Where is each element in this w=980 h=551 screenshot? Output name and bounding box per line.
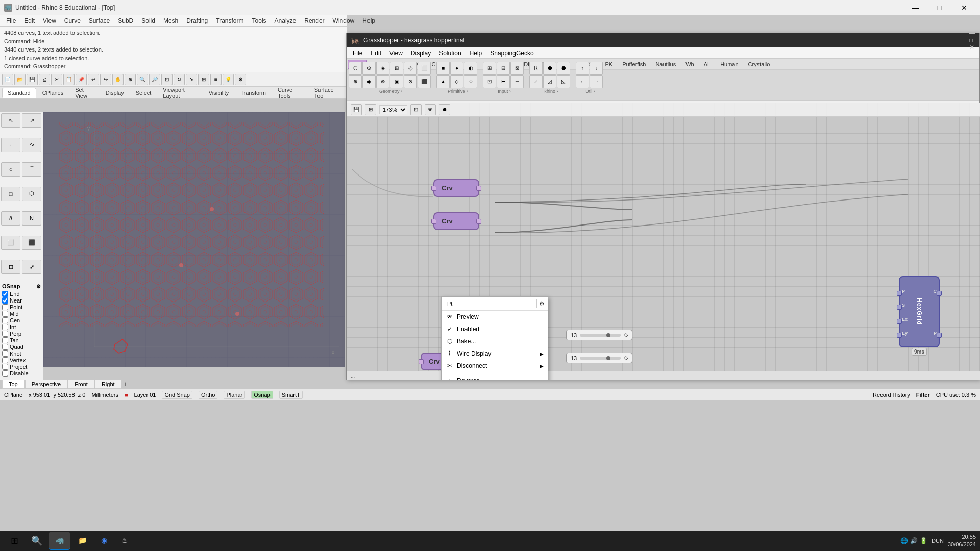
vp-tab-top[interactable]: Top — [2, 380, 24, 389]
menu-solid[interactable]: Solid — [137, 16, 159, 26]
gh-tab-wb[interactable]: Wb — [681, 60, 699, 69]
menu-surface[interactable]: Surface — [85, 16, 114, 26]
lt-point[interactable]: · — [1, 138, 20, 152]
battery-icon[interactable]: 🔋 — [920, 537, 927, 544]
gh-menu-display[interactable]: Display — [407, 48, 435, 58]
gh-inp-btn4[interactable]: ⊡ — [483, 75, 496, 88]
gh-prim-btn1[interactable]: ■ — [436, 62, 450, 75]
menu-edit[interactable]: Edit — [20, 16, 39, 26]
taskbar-chrome[interactable]: ◉ — [95, 532, 113, 550]
maximize-button[interactable]: □ — [928, 0, 951, 15]
hexgrid-port-ex[interactable] — [897, 319, 902, 324]
osnap-vertex[interactable]: Vertex — [2, 357, 41, 363]
gh-menu-view[interactable]: View — [385, 48, 407, 58]
gh-ut-btn2[interactable]: ↓ — [590, 62, 603, 75]
hexgrid-port-c[interactable] — [937, 291, 942, 296]
lt-surface[interactable]: ⬜ — [1, 236, 20, 250]
menu-subd[interactable]: SubD — [114, 16, 137, 26]
filter-btn[interactable]: Filter — [916, 392, 930, 398]
gh-geo-btn2[interactable]: ⊙ — [362, 62, 376, 75]
lt-arc[interactable]: ⌒ — [22, 162, 41, 177]
add-viewport-btn[interactable]: + — [122, 381, 130, 388]
tab-setview[interactable]: Set View — [69, 85, 99, 101]
gh-fit-btn[interactable]: ⊡ — [410, 104, 422, 115]
tb-light[interactable]: 💡 — [223, 74, 234, 85]
tb-paste[interactable]: 📌 — [76, 74, 87, 85]
gh-minimize-btn[interactable]: — — [969, 30, 975, 37]
gh-geo-btn1[interactable]: ⬡ — [349, 62, 362, 75]
tb-snap[interactable]: ⊞ — [198, 74, 209, 85]
gh-menu-help[interactable]: Help — [465, 48, 486, 58]
menu-analyze[interactable]: Analyze — [271, 16, 301, 26]
taskbar-rhino[interactable]: 🦏 — [49, 532, 70, 550]
gh-preview-toggle[interactable]: 👁 — [425, 104, 436, 115]
slider2-handle[interactable] — [606, 356, 610, 360]
crv3-input-port[interactable] — [419, 359, 424, 364]
slider2-track[interactable] — [580, 357, 621, 360]
planar-btn[interactable]: Planar — [224, 391, 245, 399]
gh-rh-btn2[interactable]: ⬢ — [543, 62, 556, 75]
tb-print[interactable]: 🖨 — [39, 74, 50, 85]
gh-geo-btn7[interactable]: ⊕ — [349, 75, 362, 88]
gh-prim-btn2[interactable]: ● — [450, 62, 463, 75]
tb-move[interactable]: ⇲ — [186, 74, 197, 85]
vp-tab-right[interactable]: Right — [95, 380, 121, 389]
lt-nurbs[interactable]: N — [22, 211, 41, 226]
speaker-icon[interactable]: 🔊 — [910, 537, 918, 544]
crv1-output-port[interactable] — [476, 186, 481, 191]
hexgrid-node[interactable]: HexGrid P S Ex Ey C P 9ms — [899, 276, 940, 347]
osnap-end[interactable]: End — [2, 291, 41, 297]
slider-node-1[interactable]: 13 ◇ — [566, 330, 632, 340]
gh-record-btn[interactable]: ⏺ — [439, 104, 450, 115]
gh-prim-btn6[interactable]: ☆ — [464, 75, 477, 88]
tab-display[interactable]: Display — [100, 88, 130, 98]
slider1-handle[interactable] — [606, 333, 610, 337]
cm-bake[interactable]: ⬡ Bake... — [442, 335, 548, 347]
menu-file[interactable]: File — [2, 16, 20, 26]
gh-menu-solution[interactable]: Solution — [435, 48, 465, 58]
lt-transform[interactable]: ⤢ — [22, 260, 41, 274]
tab-surface-too[interactable]: Surface Too — [309, 85, 345, 101]
cm-disconnect[interactable]: ✂ Disconnect ▶ — [442, 360, 548, 372]
tab-select[interactable]: Select — [130, 88, 157, 98]
gh-menu-edit[interactable]: Edit — [366, 48, 385, 58]
network-icon[interactable]: 🌐 — [900, 537, 908, 544]
osnap-disable[interactable]: Disable — [2, 370, 41, 377]
gh-rh-btn5[interactable]: ◿ — [543, 75, 556, 88]
tb-render[interactable]: ⚙ — [235, 74, 246, 85]
tb-copy[interactable]: 📋 — [63, 74, 75, 85]
menu-curve[interactable]: Curve — [60, 16, 85, 26]
tb-pan[interactable]: ✋ — [112, 74, 124, 85]
record-history-btn[interactable]: Record History — [873, 392, 910, 398]
lt-rect[interactable]: □ — [1, 187, 20, 201]
gh-inp-btn2[interactable]: ⊟ — [497, 62, 510, 75]
gh-canvas-save-btn[interactable]: 💾 — [351, 104, 362, 115]
gh-inp-btn5[interactable]: ⊢ — [497, 75, 510, 88]
system-clock[interactable]: 20:55 30/06/2024 — [948, 533, 976, 549]
cm-preview[interactable]: 👁 Preview — [442, 311, 548, 323]
lt-select-sub[interactable]: ↗ — [22, 113, 41, 128]
lt-polygon[interactable]: ⬡ — [22, 187, 41, 201]
osnap-btn[interactable]: Osnap — [251, 391, 273, 399]
vp-tab-perspective[interactable]: Perspective — [25, 380, 67, 389]
gh-ut-btn1[interactable]: ↑ — [576, 62, 589, 75]
crv1-input-port[interactable] — [431, 186, 436, 191]
close-button[interactable]: ✕ — [952, 0, 976, 15]
slider1-track[interactable] — [580, 334, 621, 337]
cm-wire-display[interactable]: ⌇ Wire Display ▶ — [442, 347, 548, 360]
vp-tab-front[interactable]: Front — [68, 380, 94, 389]
lt-circle[interactable]: ○ — [1, 162, 20, 177]
tb-new[interactable]: 📄 — [2, 74, 13, 85]
tab-visibility[interactable]: Visibility — [203, 88, 235, 98]
menu-window[interactable]: Window — [329, 16, 359, 26]
lt-curve[interactable]: ∿ — [22, 138, 41, 152]
gh-rh-btn1[interactable]: R — [529, 62, 543, 75]
tb-layer[interactable]: ≡ — [210, 74, 222, 85]
menu-drafting[interactable]: Drafting — [182, 16, 212, 26]
start-button[interactable]: ⊞ — [4, 532, 24, 550]
gh-menu-snapping[interactable]: SnappingGecko — [486, 48, 537, 58]
tab-transform[interactable]: Transform — [235, 88, 272, 98]
gh-tab-crystallo[interactable]: Crystallo — [744, 60, 775, 69]
menu-render[interactable]: Render — [300, 16, 328, 26]
tab-curve-tools[interactable]: Curve Tools — [272, 85, 308, 101]
